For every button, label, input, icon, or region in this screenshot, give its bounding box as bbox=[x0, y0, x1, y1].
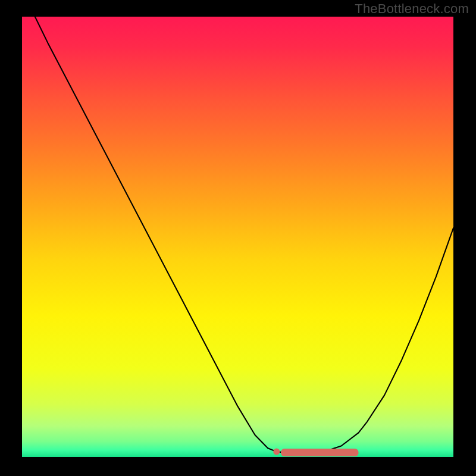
watermark-text: TheBottleneck.com bbox=[355, 1, 469, 17]
plot-area bbox=[22, 17, 453, 457]
bottleneck-curve bbox=[35, 17, 453, 453]
curve-layer bbox=[22, 17, 453, 457]
highlight-dot bbox=[273, 449, 280, 455]
highlight-bar bbox=[281, 449, 359, 456]
chart-frame: TheBottleneck.com bbox=[0, 0, 476, 476]
